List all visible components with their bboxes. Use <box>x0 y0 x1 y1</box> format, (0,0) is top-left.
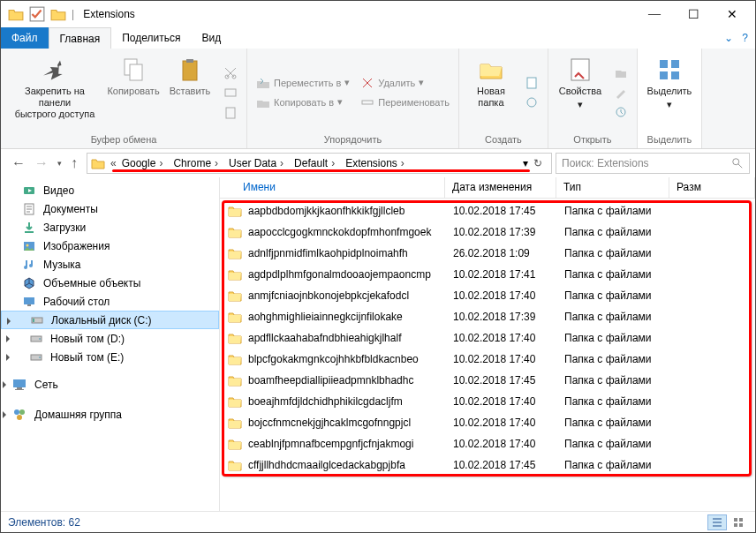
large-icons-view-button[interactable] <box>729 514 748 530</box>
window-title: Extensions <box>83 8 135 20</box>
history-button[interactable] <box>610 102 631 122</box>
minimize-button[interactable]: — <box>635 1 674 27</box>
moveto-button[interactable]: Переместить в ▾ <box>253 73 353 93</box>
breadcrumb-segment[interactable]: Google <box>118 157 170 169</box>
breadcrumb-segment[interactable]: Extensions <box>342 157 412 169</box>
breadcrumb[interactable]: « GoogleChromeUser DataDefaultExtensions… <box>87 153 552 174</box>
svg-point-30 <box>39 357 41 358</box>
breadcrumb-overflow[interactable]: « <box>109 157 118 169</box>
content-area: ВидеоДокументыЗагрузкиИзображенияМузыкаО… <box>1 177 755 511</box>
nav-drive[interactable]: Локальный диск (C:) <box>1 311 219 329</box>
table-row[interactable]: aapbdbdomjkkjkaonfhkkikfgjllcleb10.02.20… <box>222 200 753 221</box>
svg-rect-16 <box>660 71 668 79</box>
nav-homegroup[interactable]: Домашняя группа <box>1 403 219 426</box>
breadcrumb-segment[interactable]: Chrome <box>170 157 225 169</box>
quick-access-toolbar: | <box>4 6 78 22</box>
file-list: aapbdbdomjkkjkaonfhkkikfgjllcleb10.02.20… <box>220 199 755 511</box>
file-type: Папка с файлами <box>561 353 674 365</box>
file-name: boamfheepdiallipiieadpmnklbhadhc <box>248 374 450 387</box>
copy-path-button[interactable] <box>220 83 241 102</box>
column-size[interactable]: Разм <box>669 177 755 198</box>
refresh-button[interactable]: ↻ <box>528 157 548 169</box>
paste-button[interactable]: Вставить <box>163 52 216 132</box>
delete-button[interactable]: Удалить ▾ <box>357 73 453 93</box>
table-row[interactable]: apdfllckaahabafndbhieahigkjlhalf10.02.20… <box>222 327 753 349</box>
nav-item[interactable]: Изображения <box>1 236 219 255</box>
maximize-button[interactable]: ☐ <box>674 1 713 27</box>
breadcrumb-segment[interactable]: User Data <box>225 157 291 169</box>
hdd-icon <box>29 332 43 346</box>
table-row[interactable]: boeajhmfdjldchidhphikilcgdacljfm10.02.20… <box>222 391 753 412</box>
table-row[interactable]: bojccfnmcnekjgjhcaklmcgofnngpjcl10.02.20… <box>222 412 753 433</box>
new-item-button[interactable] <box>521 73 542 93</box>
nav-network[interactable]: Сеть <box>1 373 219 396</box>
recent-dropdown[interactable]: ▾ <box>57 159 62 168</box>
tab-home[interactable]: Главная <box>49 27 112 49</box>
back-button[interactable]: ← <box>11 155 26 171</box>
nav-item[interactable]: Документы <box>1 199 219 218</box>
group-open-label: Открыть <box>573 132 611 146</box>
open-button[interactable] <box>610 64 631 83</box>
column-headers: Имени Дата изменения Тип Разм <box>220 177 755 199</box>
table-row[interactable]: blpcfgokakmgnkcojhhkbfbldkacnbeo10.02.20… <box>222 349 753 370</box>
nav-item[interactable]: Рабочий стол <box>1 292 219 311</box>
forward-button[interactable]: → <box>34 155 49 171</box>
tab-file[interactable]: Файл <box>1 27 49 49</box>
img-icon <box>22 239 36 253</box>
select-button[interactable]: Выделить ▾ <box>643 52 696 132</box>
column-type[interactable]: Тип <box>556 177 669 198</box>
copy-button[interactable]: Копировать <box>107 52 160 132</box>
tab-view[interactable]: Вид <box>191 27 231 49</box>
paste-shortcut-button[interactable] <box>220 102 241 122</box>
folder-icon <box>227 203 243 219</box>
nav-arrows: ← → ▾ ↑ <box>6 155 83 171</box>
close-button[interactable]: ✕ <box>713 1 752 27</box>
svg-rect-14 <box>660 60 668 68</box>
pin-icon <box>41 56 69 84</box>
table-row[interactable]: ceablnjfpmnafbcempgnfjcfnjakmogi10.02.20… <box>222 433 753 454</box>
file-date: 10.02.2018 17:40 <box>450 353 561 365</box>
file-type: Папка с файлами <box>561 417 674 429</box>
cut-button[interactable] <box>220 64 241 83</box>
table-row[interactable]: cffjjllhdhdcmaailglcedackabgpjbfa10.02.2… <box>222 454 753 476</box>
easy-access-button[interactable] <box>521 93 542 112</box>
folder-icon <box>227 245 243 261</box>
table-row[interactable]: aohghmighlieiainnegkcijnfilokake10.02.20… <box>222 306 753 327</box>
copyto-button[interactable]: Копировать в ▾ <box>253 93 353 112</box>
search-input[interactable]: Поиск: Extensions <box>556 153 750 174</box>
explorer-window: | Extensions — ☐ ✕ Файл Главная Поделить… <box>0 0 756 533</box>
pin-button[interactable]: Закрепить на панели быстрого доступа <box>6 52 103 132</box>
table-row[interactable]: boamfheepdiallipiieadpmnklbhadhc10.02.20… <box>222 370 753 391</box>
up-button[interactable]: ↑ <box>71 155 78 171</box>
nav-item[interactable]: Загрузки <box>1 218 219 236</box>
table-row[interactable]: aapocclcgogkmnckokdopfmhonfmgoek10.02.20… <box>222 221 753 243</box>
help-icon[interactable]: ? <box>742 32 748 44</box>
column-date[interactable]: Дата изменения <box>445 177 556 198</box>
music-icon <box>22 258 36 272</box>
delete-icon <box>360 76 374 90</box>
chevron-down-icon[interactable]: ⌄ <box>724 32 733 44</box>
properties-button[interactable]: Свойства ▾ <box>554 52 607 132</box>
details-view-button[interactable] <box>707 514 727 530</box>
file-type: Папка с файлами <box>561 247 674 259</box>
svg-rect-40 <box>739 523 743 527</box>
nav-item[interactable]: Видео <box>1 181 219 199</box>
newfolder-button[interactable]: Новая папка <box>465 52 518 132</box>
file-date: 26.02.2018 1:09 <box>450 247 561 259</box>
breadcrumb-segment[interactable]: Default <box>291 157 342 169</box>
table-row[interactable]: anmjfcniaojnbkonojebpkcjekafodcl10.02.20… <box>222 285 753 306</box>
nav-item[interactable]: Музыка <box>1 255 219 274</box>
nav-item[interactable]: Объемные объекты <box>1 274 219 292</box>
table-row[interactable]: agdpdlplhmfgonalmdooaojempaoncmp10.02.20… <box>222 264 753 285</box>
tab-share[interactable]: Поделиться <box>111 27 191 49</box>
file-name: cffjjllhdhdcmaailglcedackabgpjbfa <box>248 459 450 471</box>
edit-button[interactable] <box>610 83 631 102</box>
nav-drive[interactable]: Новый том (E:) <box>1 348 219 366</box>
table-row[interactable]: adnlfjpnmidfimlkaohpidplnoimahfh26.02.20… <box>222 243 753 264</box>
rename-button[interactable]: Переименовать <box>357 93 453 112</box>
folder-icon <box>227 330 243 346</box>
nav-drive[interactable]: Новый том (D:) <box>1 329 219 348</box>
column-name[interactable]: Имени <box>220 177 445 198</box>
down-icon <box>22 221 36 235</box>
svg-point-28 <box>39 338 41 340</box>
